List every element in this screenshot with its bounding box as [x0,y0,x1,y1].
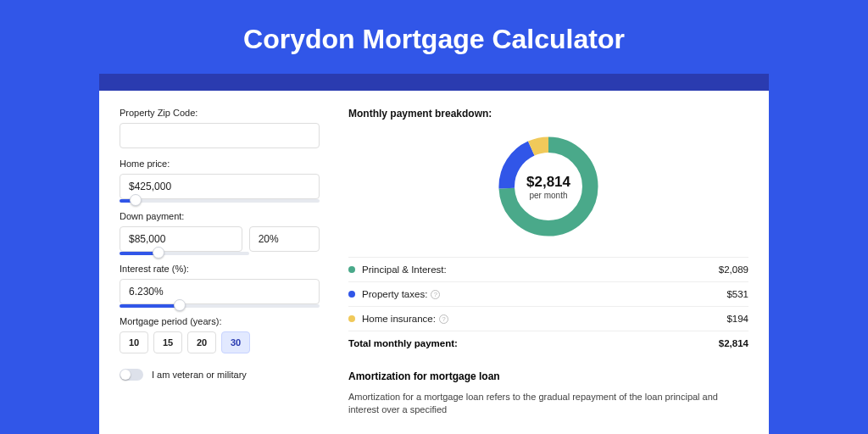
interest-group: Interest rate (%): [120,264,320,308]
down-payment-input[interactable] [120,226,242,252]
dot-icon [348,291,355,298]
period-row: 10 15 20 30 [120,331,320,353]
veteran-toggle[interactable] [120,369,143,381]
donut-value: $2,814 [526,174,570,191]
legend-text: Property taxes: [362,289,427,299]
toggle-knob [120,370,131,380]
period-option-10[interactable]: 10 [120,331,148,353]
legend-value: $531 [726,289,748,299]
legend-row-principal: Principal & Interest: $2,089 [348,257,748,281]
amortization-text: Amortization for a mortgage loan refers … [348,391,748,417]
home-price-group: Home price: [120,159,320,203]
info-icon[interactable]: ? [431,290,440,299]
down-payment-pct-input[interactable] [249,226,320,252]
legend-text: Home insurance: [362,314,436,324]
slider-thumb[interactable] [174,299,186,311]
legend-label: Home insurance: ? [362,314,448,324]
period-option-20[interactable]: 20 [187,331,216,353]
down-payment-label: Down payment: [120,211,320,221]
dot-icon [348,266,355,273]
amortization-section: Amortization for mortgage loan Amortizat… [348,370,748,417]
total-label: Total monthly payment: [348,338,458,348]
legend-value: $2,089 [719,264,748,275]
slider-thumb[interactable] [130,194,142,206]
zip-label: Property Zip Code: [120,108,320,118]
period-option-15[interactable]: 15 [153,331,182,353]
calculator-card: Property Zip Code: Home price: Down paym… [99,91,769,434]
veteran-row: I am veteran or military [120,369,320,381]
donut-wrap: $2,814 per month [348,131,748,242]
header-band [99,74,769,91]
total-value: $2,814 [719,338,748,348]
form-panel: Property Zip Code: Home price: Down paym… [120,108,340,434]
legend: Principal & Interest: $2,089 Property ta… [348,257,748,331]
payment-donut-chart: $2,814 per month [493,131,604,242]
interest-label: Interest rate (%): [120,264,320,274]
dot-icon [348,315,355,322]
info-icon[interactable]: ? [439,314,448,324]
legend-row-insurance: Home insurance: ? $194 [348,306,748,331]
legend-value: $194 [726,314,748,324]
period-option-30[interactable]: 30 [221,331,250,353]
zip-group: Property Zip Code: [120,108,320,150]
period-group: Mortgage period (years): 10 15 20 30 [120,316,320,353]
legend-label: Property taxes: ? [362,289,440,299]
donut-label: per month [529,191,567,200]
page-title: Corydon Mortgage Calculator [0,0,868,74]
donut-center: $2,814 per month [493,131,604,242]
total-row: Total monthly payment: $2,814 [348,331,748,355]
home-price-label: Home price: [120,159,320,169]
down-payment-group: Down payment: [120,211,320,255]
home-price-slider[interactable] [120,199,320,203]
veteran-label: I am veteran or military [152,370,247,380]
down-payment-slider[interactable] [120,252,249,255]
legend-row-taxes: Property taxes: ? $531 [348,281,748,306]
interest-input[interactable] [120,279,320,304]
legend-label: Principal & Interest: [362,264,447,275]
zip-input[interactable] [120,123,320,148]
breakdown-title: Monthly payment breakdown: [348,108,748,120]
results-panel: Monthly payment breakdown: $2,814 per mo… [340,108,748,434]
amortization-title: Amortization for mortgage loan [348,370,748,382]
period-label: Mortgage period (years): [120,316,320,326]
interest-slider[interactable] [120,304,320,308]
slider-thumb[interactable] [153,247,164,259]
home-price-input[interactable] [120,174,320,199]
